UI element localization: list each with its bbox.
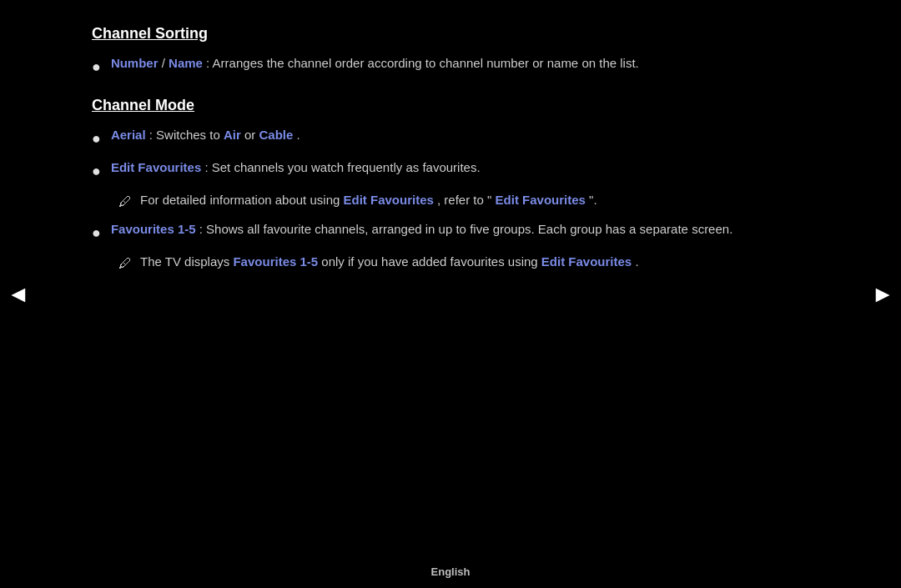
note-fav-highlight2: Edit Favourites — [541, 254, 632, 269]
aerial-text-before: : Switches to — [149, 128, 224, 142]
bullet-dot-2: ● — [92, 128, 101, 150]
bullet-text-number-name: Number / Name : Arranges the channel ord… — [111, 54, 809, 73]
bullet-edit-favourites: ● Edit Favourites : Set channels you wat… — [92, 158, 809, 183]
note-fav-end: . — [635, 254, 638, 269]
note-text-edit-fav: For detailed information about using Edi… — [140, 191, 809, 210]
note-fav-before: The TV displays — [140, 254, 233, 269]
aerial-text-end: . — [297, 128, 300, 142]
note-icon-2: 🖊 — [118, 254, 132, 274]
nav-arrow-right[interactable]: ► — [871, 281, 894, 308]
note-icon-1: 🖊 — [118, 192, 132, 212]
edit-fav-desc: : Set channels you watch frequently as f… — [204, 160, 480, 174]
language-label: English — [431, 565, 471, 578]
note-ef-before: For detailed information about using — [140, 193, 343, 207]
highlight-cable: Cable — [259, 128, 293, 142]
highlight-aerial: Aerial — [111, 128, 146, 142]
note-ef-end: ". — [589, 193, 597, 207]
note-edit-fav: 🖊 For detailed information about using E… — [118, 191, 809, 212]
channel-mode-title: Channel Mode — [92, 97, 809, 114]
note-ef-mid: , refer to " — [437, 193, 491, 207]
highlight-number: Number — [111, 56, 159, 70]
highlight-name: Name — [169, 56, 203, 70]
fav-1-5-desc: : Shows all favourite channels, arranged… — [199, 222, 733, 236]
highlight-edit-fav: Edit Favourites — [111, 160, 201, 174]
channel-mode-section: Channel Mode ● Aerial : Switches to Air … — [92, 97, 809, 274]
note-fav-mid: only if you have added favourites using — [321, 254, 541, 269]
content-area: Channel Sorting ● Number / Name : Arrang… — [42, 0, 859, 563]
bullet-dot-1: ● — [92, 56, 101, 78]
channel-sorting-title: Channel Sorting — [92, 25, 809, 43]
aerial-text-mid: or — [244, 128, 259, 142]
bullet-text-edit-fav: Edit Favourites : Set channels you watch… — [111, 158, 809, 178]
number-name-desc: : Arranges the channel order according t… — [206, 56, 639, 70]
bullet-favourites-1-5: ● Favourites 1-5 : Shows all favourite c… — [92, 220, 809, 244]
nav-arrow-left[interactable]: ◄ — [7, 281, 30, 308]
bullet-dot-4: ● — [92, 222, 101, 244]
bullet-text-fav-1-5: Favourites 1-5 : Shows all favourite cha… — [111, 220, 809, 239]
bullet-number-name: ● Number / Name : Arranges the channel o… — [92, 54, 809, 78]
note-text-fav-1-5: The TV displays Favourites 1-5 only if y… — [140, 253, 809, 272]
bullet-aerial: ● Aerial : Switches to Air or Cable . — [92, 126, 809, 150]
bullet-dot-3: ● — [92, 160, 101, 183]
note-ef-highlight1: Edit Favourites — [343, 193, 433, 207]
highlight-fav-1-5: Favourites 1-5 — [111, 222, 196, 236]
bullet-text-aerial: Aerial : Switches to Air or Cable . — [111, 126, 809, 145]
channel-sorting-section: Channel Sorting ● Number / Name : Arrang… — [92, 25, 809, 78]
highlight-air: Air — [224, 128, 241, 142]
footer-language: English — [0, 565, 901, 578]
note-ef-highlight2: Edit Favourites — [496, 193, 586, 207]
note-fav-highlight1: Favourites 1-5 — [233, 254, 318, 269]
slash-separator: / — [162, 56, 169, 70]
note-fav-1-5: 🖊 The TV displays Favourites 1-5 only if… — [118, 253, 809, 274]
